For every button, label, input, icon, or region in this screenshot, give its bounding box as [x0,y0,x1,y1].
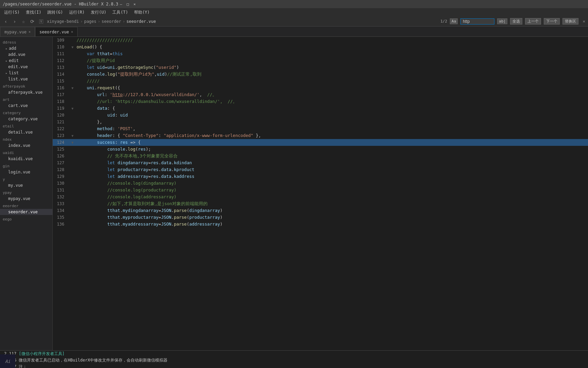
menu-find[interactable]: 查找(I) [23,9,44,16]
fold-116[interactable]: ▼ [70,85,75,91]
tab-mypay[interactable]: mypay.vue × [0,27,35,36]
close-search-btn[interactable]: × [583,19,585,24]
sidebar: ddress ▸add add.vue ▸edit edit.vue ▸list… [0,37,53,350]
fold-132 [70,194,75,200]
tab-seeorder[interactable]: seeorder.vue × [35,27,78,36]
sidebar-item-addvue[interactable]: add.vue [0,51,52,58]
code-line-115: 115 ///// [53,78,588,85]
line-num-117: 117 [53,91,70,98]
prev-btn[interactable]: 上一个 [525,18,541,25]
code-content-132: //console.log(addressarray) [75,194,588,200]
bottom-line-1: 2.117 [微信小程序开发者工具] [0,351,588,357]
folder-icon3: ▸ [5,71,7,75]
line-num-114: 114 [53,71,70,78]
breadcrumb-part1[interactable]: xinyage-bendi [47,19,79,24]
sidebar-item-afterpayokvue[interactable]: afterpayok.vue [0,89,52,95]
code-table: 109 ////////////////////// 110 ▼ onLoad(… [53,37,588,228]
fold-125 [70,146,75,153]
code-content-129: let addressarray=res.data.kaddress [75,173,588,180]
search-count: 1/2 [440,19,447,24]
next-btn[interactable]: 下一个 [544,18,560,25]
code-line-110: 110 ▼ onLoad() { [53,44,588,50]
line-num-110: 110 [53,44,70,50]
maximize-button[interactable]: □ [125,1,131,7]
code-content-134: tthat.mydingdanarray=JSON.parse(dingdana… [75,207,588,214]
breadcrumb-part2[interactable]: pages [84,19,96,24]
breadcrumb-part3[interactable]: seeorder [102,19,121,24]
code-line-129: 129 let addressarray=res.data.kaddress [53,173,588,180]
sidebar-item-mypayvue[interactable]: mypay.vue [0,196,52,202]
sidebar-item-detailvue[interactable]: detail.vue [0,129,52,135]
line-num-128: 128 [53,166,70,173]
sidebar-item-edit[interactable]: ▸edit [0,58,52,64]
select-all-btn[interactable]: 全选 [510,18,522,25]
fold-129 [70,173,75,180]
code-line-112: 112 //提取用户id [53,57,588,64]
line-num-135: 135 [53,214,70,221]
sidebar-item-seeordervue[interactable]: seeorder.vue [0,209,52,215]
code-line-122: 122 method: 'POST', [53,125,588,132]
code-line-125: 125 console.log(res); [53,146,588,153]
sidebar-item-add[interactable]: ▸add [0,45,52,51]
code-content-114: console.log("提取到用户id为",uid)//测试正常,取到 [75,71,588,78]
ai-text: Ai [5,359,11,364]
fold-110[interactable]: ▼ [70,44,75,50]
code-line-134: 134 tthat.mydingdanarray=JSON.parse(ding… [53,207,588,214]
fold-124[interactable]: ▼ [70,139,75,146]
sidebar-item-kuaidivue[interactable]: kuaidi.vue [0,156,52,162]
menu-goto[interactable]: 跳转(G) [45,9,66,16]
match-case-btn[interactable]: Aa [450,18,458,24]
code-content-131: //console.log(productarray) [75,187,588,194]
sidebar-item-loginvue[interactable]: login.vue [0,169,52,175]
code-line-114: 114 console.log("提取到用户id为",uid)//测试正常,取到 [53,71,588,78]
menu-run[interactable]: 运行(S) [1,9,22,16]
code-line-121: 121 }, [53,119,588,125]
home-button[interactable]: ☆ [20,18,27,25]
sidebar-item-listvue[interactable]: list.vue [0,76,52,82]
code-line-135: 135 tthat.myproductarray=JSON.parse(prod… [53,214,588,221]
sidebar-item-categoryvue[interactable]: category.vue [0,116,52,122]
breadcrumb-sep1: › [80,19,83,24]
menu-execute[interactable]: 运行(R) [66,9,87,16]
close-button[interactable]: × [132,1,137,7]
back-button[interactable]: ‹ [3,18,9,25]
sidebar-item-list[interactable]: ▸list [0,70,52,76]
search-input[interactable] [460,18,494,25]
code-line-113: 113 let uid=uni.getStorageSync("userid") [53,64,588,71]
minimize-button[interactable]: — [118,1,124,7]
code-content-126: // 先不存本地,3个对象要完全容合 [75,153,588,159]
menu-publish[interactable]: 发行(U) [88,9,109,16]
replace-btn[interactable]: 替换区 [562,18,578,25]
code-editor[interactable]: 109 ////////////////////// 110 ▼ onLoad(… [53,37,588,350]
code-line-111: 111 var tthat=this [53,50,588,57]
fold-119[interactable]: ▼ [70,105,75,112]
sidebar-item-editvue[interactable]: edit.vue [0,64,52,70]
menu-tools[interactable]: 工具(T) [110,9,131,16]
sidebar-item-cartvue[interactable]: cart.vue [0,103,52,109]
refresh-button[interactable]: ⟳ [29,18,35,25]
sidebar-section-mypay: ypay [0,190,52,196]
code-line-127: 127 let dingdanarray=res.data.kdindan [53,159,588,166]
sidebar-item-indexvue[interactable]: index.vue [0,142,52,149]
fold-117 [70,91,75,98]
code-line-118: 118 //url: 'https://duanshuilu.com/wxuse… [53,98,588,105]
line-num-120: 120 [53,112,70,119]
line-num-123: 123 [53,132,70,139]
code-line-124: 124 ▼ success: res => { [53,139,588,146]
tab-seeorder-close[interactable]: × [71,30,73,34]
fold-123[interactable]: ▼ [70,132,75,139]
title-bar-controls: — □ × [118,1,137,7]
forward-button[interactable]: › [12,18,18,25]
menu-help[interactable]: 帮助(Y) [131,9,152,16]
line-num-112: 112 [53,57,70,64]
code-line-109: 109 ////////////////////// [53,37,588,44]
breadcrumb: xinyage-bendi › pages › seeorder › seeor… [47,19,438,24]
line-num-133: 133 [53,200,70,207]
sidebar-item-myvue[interactable]: my.vue [0,182,52,188]
code-content-121: }, [75,119,588,125]
title-text: /pages/seeorder/seeorder.vue - HBuilder … [3,2,118,6]
tab-mypay-label: mypay.vue [4,30,27,34]
match-word-btn[interactable]: ab| [497,18,507,24]
code-line-126: 126 // 先不存本地,3个对象要完全容合 [53,153,588,159]
tab-mypay-close[interactable]: × [29,30,31,34]
